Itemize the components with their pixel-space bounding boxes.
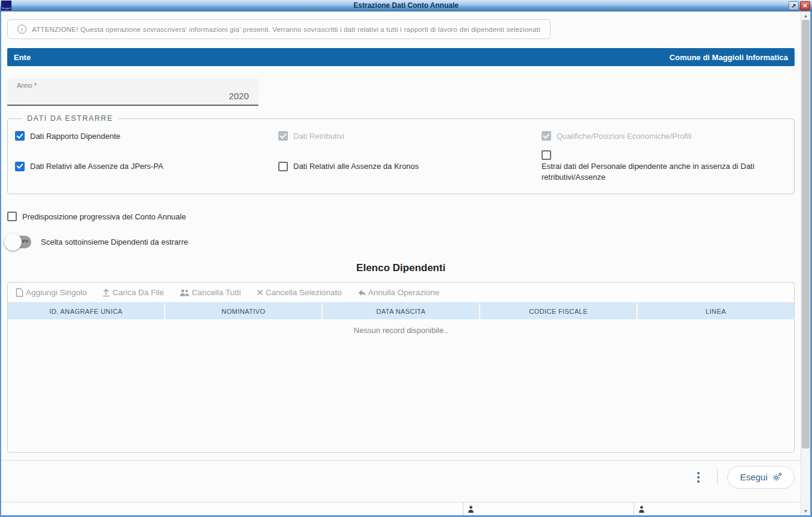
cancella-selezionato-button[interactable]: Cancella Selezionato <box>257 288 342 297</box>
gears-icon <box>772 473 782 482</box>
document-icon <box>16 288 23 297</box>
back-arrow-icon <box>358 289 366 296</box>
ente-bar: Ente Comune di Maggioli Informatica <box>7 48 795 66</box>
checkbox-unchecked-icon[interactable] <box>278 162 288 171</box>
checkbox-assenze-jpers-pa[interactable]: Dati Relativi alle Assenze da JPers-PA <box>15 150 278 182</box>
footer-separator <box>717 470 718 485</box>
esegui-button[interactable]: Esegui <box>727 466 795 489</box>
checkbox-estrai-personale[interactable]: Estrai dati del Personale dipendente anc… <box>542 150 770 182</box>
window-title: Estrazione Dati Conto Annuale <box>0 1 812 10</box>
table-body: Nessun record disponibile.. <box>8 319 794 452</box>
column-header-data-nascita: DATA NASCITA <box>322 303 479 319</box>
column-header-codice-fiscale: CODICE FISCALE <box>479 303 636 319</box>
more-options-button[interactable] <box>689 468 707 486</box>
column-header-id-anagrafe: ID. ANAGRAFE UNICA <box>8 303 164 319</box>
app-window: Maggioli Estrazione Dati Conto Annuale ↗… <box>0 0 812 517</box>
warning-text: ATTENZIONE! Questa operazione sovrascriv… <box>32 26 540 33</box>
anno-field[interactable]: Anno * 2020 <box>7 78 258 106</box>
elenco-dipendenti-title: Elenco Dipendenti <box>1 262 801 274</box>
empty-table-message: Nessun record disponibile.. <box>8 319 794 335</box>
scrollbar-thumb[interactable] <box>802 20 810 448</box>
status-bar <box>1 502 801 515</box>
checkbox-unchecked-icon[interactable] <box>7 212 17 221</box>
status-cell-user-1 <box>463 503 633 515</box>
people-icon <box>180 289 189 296</box>
anno-value[interactable]: 2020 <box>17 91 249 101</box>
warning-banner: i ATTENZIONE! Questa operazione sovrascr… <box>7 19 551 39</box>
esegui-label: Esegui <box>740 472 768 482</box>
toggle-knob[interactable] <box>4 233 22 251</box>
checkbox-checked-disabled-icon <box>542 131 551 141</box>
scrollbar-track[interactable] <box>801 20 810 507</box>
cancella-tutti-button[interactable]: Cancella Tutti <box>180 288 241 297</box>
annulla-operazione-button[interactable]: Annulla Operazione <box>358 288 440 297</box>
checkbox-qualifiche-posizioni: Qualifiche/Posizioni Economiche/Profili <box>542 131 787 141</box>
column-header-linea: LINEA <box>636 303 794 319</box>
main-content: i ATTENZIONE! Questa operazione sovrascr… <box>1 11 801 515</box>
checkbox-dati-retributivi: Dati Retributivi <box>278 131 542 141</box>
popout-button[interactable]: ↗ <box>789 1 799 10</box>
toggle-scelta-sottoinsieme[interactable]: OFF Scelta sottoinsieme Dipendenti da es… <box>7 236 801 248</box>
checkbox-checked-icon[interactable] <box>15 131 25 141</box>
user-icon <box>468 506 474 513</box>
checkbox-unchecked-icon[interactable] <box>542 150 551 160</box>
anno-label: Anno * <box>17 82 249 89</box>
checkbox-checked-disabled-icon <box>278 131 288 141</box>
title-bar[interactable]: Maggioli Estrazione Dati Conto Annuale ↗… <box>0 0 812 11</box>
checkbox-predisposizione-progressiva[interactable]: Predisposizione progressiva del Conto An… <box>7 212 801 221</box>
dati-da-estrarre-fieldset: DATI DA ESTRARRE Dati Rapporto Dipendent… <box>7 114 795 194</box>
upload-icon <box>102 289 110 297</box>
action-footer: Esegui <box>1 460 801 494</box>
toggle-off-switch[interactable]: OFF <box>7 236 31 248</box>
close-x-icon <box>257 289 263 296</box>
status-cell-user-2 <box>633 503 801 515</box>
scroll-down-icon[interactable]: ▼ <box>801 507 810 515</box>
checkbox-dati-rapporto-dipendente[interactable]: Dati Rapporto Dipendente <box>15 131 278 141</box>
info-icon: i <box>17 25 26 34</box>
toggle-label: Scelta sottoinsieme Dipendenti da estrar… <box>41 237 188 246</box>
ente-value: Comune di Maggioli Informatica <box>670 53 788 62</box>
employees-grid: Aggiungi Singolo Carica Da File Cancella… <box>7 282 795 453</box>
ente-label: Ente <box>14 53 31 62</box>
checkbox-checked-icon[interactable] <box>15 162 25 171</box>
column-header-nominativo: NOMINATIVO <box>164 303 322 319</box>
table-header-row: ID. ANAGRAFE UNICA NOMINATIVO DATA NASCI… <box>8 302 794 319</box>
carica-da-file-button[interactable]: Carica Da File <box>102 288 164 297</box>
close-button[interactable]: ✕ <box>800 1 810 10</box>
scroll-up-icon[interactable]: ▲ <box>801 11 810 20</box>
vertical-scrollbar[interactable]: ▲ ▼ <box>801 11 810 515</box>
grid-toolbar: Aggiungi Singolo Carica Da File Cancella… <box>8 283 794 302</box>
aggiungi-singolo-button[interactable]: Aggiungi Singolo <box>16 288 87 297</box>
fieldset-legend: DATI DA ESTRARRE <box>22 114 118 123</box>
user-icon <box>638 506 645 513</box>
checkbox-assenze-kronos[interactable]: Dati Relativi alle Assenze da Kronos <box>278 150 542 182</box>
